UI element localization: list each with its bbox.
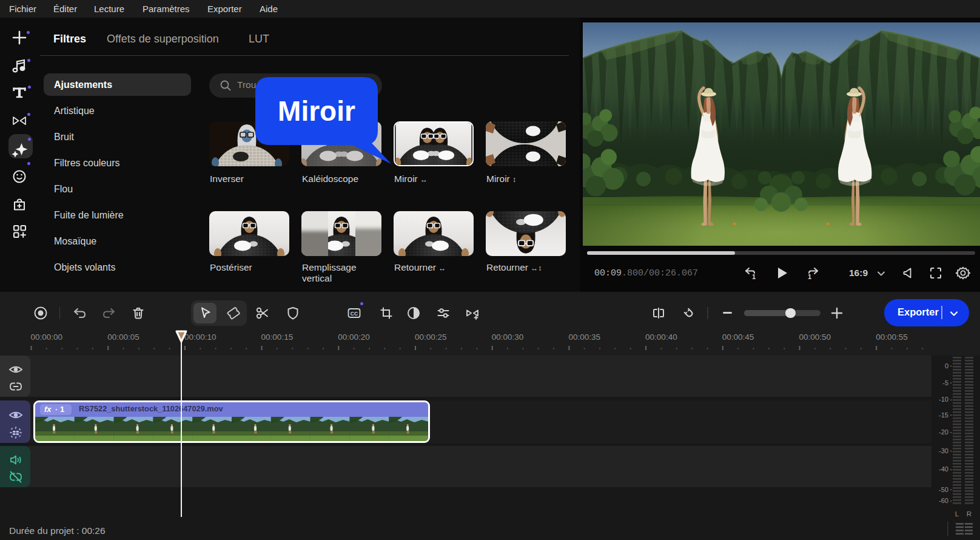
svg-text:00:00:50: 00:00:50 bbox=[799, 332, 831, 342]
svg-text:Miroir: Miroir bbox=[278, 95, 355, 127]
svg-text:00:00:35: 00:00:35 bbox=[568, 332, 600, 342]
svg-text:00:00:05: 00:00:05 bbox=[107, 332, 139, 342]
svg-text:-10: -10 bbox=[939, 396, 948, 403]
svg-text:-30: -30 bbox=[939, 447, 948, 454]
svg-text:-60: -60 bbox=[939, 497, 948, 504]
svg-text:-20: -20 bbox=[939, 428, 948, 436]
svg-text:CC: CC bbox=[351, 311, 358, 317]
svg-text:00:00:25: 00:00:25 bbox=[415, 332, 447, 342]
svg-text:L: L bbox=[955, 510, 959, 518]
svg-text:00:00:10: 00:00:10 bbox=[184, 332, 216, 342]
svg-text:00:00:45: 00:00:45 bbox=[722, 332, 754, 342]
svg-text:00:00:30: 00:00:30 bbox=[492, 332, 524, 342]
svg-text:-5: -5 bbox=[942, 379, 948, 386]
svg-text:-40: -40 bbox=[939, 465, 948, 473]
svg-text:00:00:15: 00:00:15 bbox=[261, 332, 294, 342]
svg-text:00:00:55: 00:00:55 bbox=[876, 332, 908, 342]
svg-text:00:00:40: 00:00:40 bbox=[645, 332, 677, 342]
svg-text:1: 1 bbox=[752, 273, 756, 280]
svg-text:00:00:20: 00:00:20 bbox=[338, 332, 370, 342]
svg-text:-15: -15 bbox=[939, 411, 948, 419]
svg-text:0: 0 bbox=[945, 362, 948, 370]
svg-text:-50: -50 bbox=[939, 486, 948, 493]
svg-text:R: R bbox=[967, 510, 972, 518]
svg-text:1: 1 bbox=[808, 273, 811, 280]
svg-text:00:00:00: 00:00:00 bbox=[31, 332, 63, 342]
